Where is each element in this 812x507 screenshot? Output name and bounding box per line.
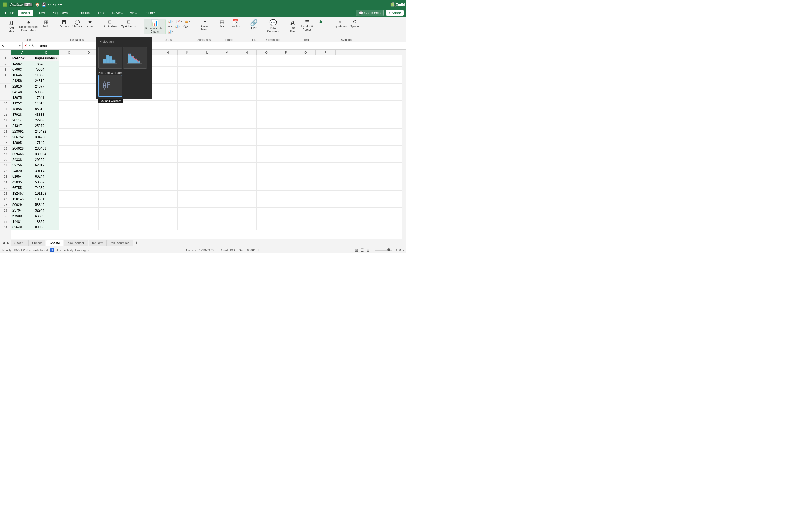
cell-empty-3-5[interactable]: [158, 67, 177, 72]
cell-empty-4-8[interactable]: [217, 72, 237, 78]
undo-icon[interactable]: ↩: [48, 2, 51, 7]
cell-empty-20-0[interactable]: [59, 157, 79, 163]
cell-empty-15-3[interactable]: [118, 129, 138, 134]
cell-empty-22-7[interactable]: [197, 168, 217, 174]
cell-empty-31-0[interactable]: [59, 219, 79, 224]
cell-b-25[interactable]: 74359: [34, 185, 59, 191]
cell-empty-18-7[interactable]: [197, 146, 217, 151]
zoom-in-button[interactable]: +: [393, 248, 395, 252]
add-sheet-button[interactable]: +: [134, 240, 140, 245]
cell-empty-4-9[interactable]: [237, 72, 257, 78]
cell-empty-27-1[interactable]: [79, 196, 99, 202]
cell-empty-25-2[interactable]: [99, 185, 118, 191]
cell-empty-31-7[interactable]: [197, 219, 217, 224]
cell-empty-29-1[interactable]: [79, 208, 99, 213]
cell-a-19[interactable]: 359466: [11, 151, 34, 157]
cell-empty-14-4[interactable]: [138, 123, 158, 129]
cell-empty-23-4[interactable]: [138, 174, 158, 179]
cell-a-34[interactable]: 63648: [11, 224, 34, 230]
cell-b-11[interactable]: 86819: [34, 106, 59, 112]
cell-a-2[interactable]: 14582: [11, 61, 34, 67]
cell-empty-23-5[interactable]: [158, 174, 177, 179]
cell-empty-21-9[interactable]: [237, 163, 257, 168]
cell-empty-8-7[interactable]: [197, 89, 217, 95]
cell-empty-21-2[interactable]: [99, 163, 118, 168]
cell-a-24[interactable]: 43035: [11, 179, 34, 185]
cell-empty-14-1[interactable]: [79, 123, 99, 129]
cell-a-29[interactable]: 25794: [11, 208, 34, 213]
cell-empty-11-5[interactable]: [158, 106, 177, 112]
cell-empty-21-8[interactable]: [217, 163, 237, 168]
cell-empty-6-0[interactable]: [59, 78, 79, 83]
cell-empty-30-4[interactable]: [138, 213, 158, 219]
cell-empty-6-7[interactable]: [197, 78, 217, 83]
cell-empty-28-1[interactable]: [79, 202, 99, 208]
cell-a-14[interactable]: 21347: [11, 123, 34, 129]
sheet-tab-sheet2[interactable]: Sheet2: [11, 240, 28, 246]
cell-empty-27-9[interactable]: [237, 196, 257, 202]
sheet-tab-top-city[interactable]: top_city: [89, 240, 107, 246]
menu-insert[interactable]: Insert: [18, 10, 33, 16]
cell-empty-30-0[interactable]: [59, 213, 79, 219]
cell-a-11[interactable]: 78856: [11, 106, 34, 112]
cell-b-21[interactable]: 62319: [34, 163, 59, 168]
cell-empty-7-9[interactable]: [237, 83, 257, 89]
cell-empty-13-9[interactable]: [237, 117, 257, 123]
cell-empty-27-4[interactable]: [138, 196, 158, 202]
cell-empty-30-5[interactable]: [158, 213, 177, 219]
cell-empty-27-8[interactable]: [217, 196, 237, 202]
confirm-formula-icon[interactable]: ✓: [28, 44, 31, 48]
cell-empty-8-9[interactable]: [237, 89, 257, 95]
cell-empty-25-4[interactable]: [138, 185, 158, 191]
cell-empty-30-6[interactable]: [177, 213, 197, 219]
cell-empty-6-8[interactable]: [217, 78, 237, 83]
col-header-m[interactable]: M: [217, 50, 237, 55]
cell-empty-14-8[interactable]: [217, 123, 237, 129]
cell-empty-13-2[interactable]: [99, 117, 118, 123]
timeline-button[interactable]: 📅 Timeline: [229, 19, 242, 29]
cell-empty-18-4[interactable]: [138, 146, 158, 151]
cell-a-9[interactable]: 13075: [11, 95, 34, 101]
cell-empty-28-0[interactable]: [59, 202, 79, 208]
cell-empty-16-7[interactable]: [197, 134, 217, 140]
cell-empty-29-9[interactable]: [237, 208, 257, 213]
cell-empty-25-6[interactable]: [177, 185, 197, 191]
cell-empty-26-5[interactable]: [158, 191, 177, 196]
cell-empty-8-0[interactable]: [59, 89, 79, 95]
cell-empty-10-1[interactable]: [79, 101, 99, 106]
cell-empty-20-3[interactable]: [118, 157, 138, 163]
cell-empty-29-6[interactable]: [177, 208, 197, 213]
cell-empty-14-2[interactable]: [99, 123, 118, 129]
cell-b-17[interactable]: 17149: [34, 140, 59, 146]
menu-draw[interactable]: Draw: [34, 10, 48, 16]
cell-empty-25-1[interactable]: [79, 185, 99, 191]
cell-empty-19-9[interactable]: [237, 151, 257, 157]
cell-b-23[interactable]: 60244: [34, 174, 59, 179]
cell-empty-31-6[interactable]: [177, 219, 197, 224]
cell-empty-14-5[interactable]: [158, 123, 177, 129]
cell-empty-17-6[interactable]: [177, 140, 197, 146]
pivot-table-button[interactable]: ⊞ PivotTable: [4, 19, 17, 34]
cell-empty-9-6[interactable]: [177, 95, 197, 101]
cell-empty-34-4[interactable]: [138, 224, 158, 230]
cell-empty-18-3[interactable]: [118, 146, 138, 151]
cell-empty-27-7[interactable]: [197, 196, 217, 202]
cell-a-4[interactable]: 10646: [11, 72, 34, 78]
col-header-a[interactable]: A: [11, 50, 34, 55]
cell-b-16[interactable]: 304733: [34, 134, 59, 140]
cell-empty-13-7[interactable]: [197, 117, 217, 123]
cell-empty-13-0[interactable]: [59, 117, 79, 123]
cell-empty-34-7[interactable]: [197, 224, 217, 230]
pictures-button[interactable]: 🖼 Pictures: [58, 19, 70, 29]
cell-empty-20-2[interactable]: [99, 157, 118, 163]
my-addins-button[interactable]: ⊞ My Add-ins ▾: [119, 19, 138, 29]
cell-a-1[interactable]: Reach ▼: [11, 55, 34, 61]
more-icon[interactable]: •••: [58, 2, 62, 7]
cell-empty-18-2[interactable]: [99, 146, 118, 151]
cell-b-34[interactable]: 88355: [34, 224, 59, 230]
icons-button[interactable]: ★ Icons: [84, 19, 96, 29]
cell-empty-19-2[interactable]: [99, 151, 118, 157]
header-footer-button[interactable]: ☰ Header &Footer: [300, 19, 314, 32]
cell-empty-23-6[interactable]: [177, 174, 197, 179]
cell-empty-24-3[interactable]: [118, 179, 138, 185]
